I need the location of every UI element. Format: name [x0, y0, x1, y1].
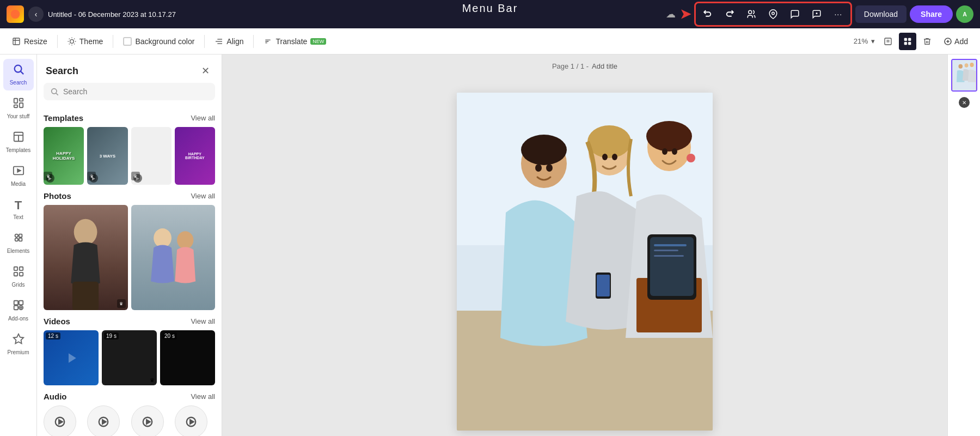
sidebar-item-addons[interactable]: Add-ons [3, 295, 34, 326]
mini-page-thumbnail[interactable] [951, 59, 977, 92]
audio-view-all[interactable]: View all [191, 392, 215, 401]
svg-line-48 [56, 93, 58, 95]
collaborators-button[interactable] [742, 4, 761, 24]
zoom-dropdown-icon: ▾ [871, 37, 875, 45]
svg-point-49 [74, 219, 97, 245]
photo-item[interactable]: ♛ [44, 205, 128, 310]
color-swatch [123, 37, 132, 46]
premium-icon [13, 333, 24, 348]
location-button[interactable] [763, 4, 783, 24]
svg-point-7 [70, 39, 74, 43]
video-item[interactable]: 12 s [44, 330, 99, 385]
search-panel-close-button[interactable]: ✕ [198, 63, 213, 78]
top-bar: ‹ Untitled - 06 December 2023 at 10.17.2… [0, 0, 980, 28]
audio-item[interactable] [87, 405, 120, 436]
translate-badge: NEW [310, 38, 326, 45]
share-button[interactable]: Share [910, 5, 953, 23]
close-page-button[interactable]: ✕ [959, 97, 970, 108]
sidebar-item-search[interactable]: Search [3, 59, 34, 90]
svg-rect-37 [19, 267, 22, 270]
zoom-value-button[interactable]: 21% ▾ [852, 35, 877, 47]
svg-point-47 [52, 89, 57, 94]
add-button[interactable]: Add [938, 34, 973, 49]
template-item[interactable]: HAPPYHOLIDAYS ▶ ♛ [44, 127, 84, 185]
grid-view-button[interactable] [899, 33, 916, 50]
present-button[interactable] [807, 4, 826, 24]
search-input-container [44, 83, 215, 100]
videos-section-header: Videos View all [44, 317, 215, 326]
canva-logo[interactable] [7, 5, 24, 23]
theme-button[interactable]: Theme [62, 34, 109, 49]
annotation-arrow: ➤ [680, 7, 691, 22]
align-button[interactable]: Align [209, 34, 249, 49]
sidebar-item-search-label: Search [10, 80, 27, 86]
svg-point-0 [11, 10, 20, 19]
videos-view-all[interactable]: View all [191, 317, 215, 325]
svg-point-3 [816, 13, 817, 14]
templates-view-all[interactable]: View all [191, 114, 215, 122]
resize-button[interactable]: Resize [7, 34, 53, 49]
svg-rect-35 [19, 238, 21, 241]
page-info: Page 1 / 1 - Add title [552, 62, 617, 70]
sidebar-item-your-stuff-label: Your stuff [7, 113, 30, 120]
svg-rect-40 [14, 301, 17, 305]
svg-point-2 [772, 12, 775, 15]
user-avatar[interactable]: A [956, 5, 973, 23]
more-button[interactable]: ··· [829, 4, 848, 24]
svg-rect-80 [654, 250, 678, 251]
svg-rect-17 [908, 42, 911, 45]
sidebar-item-premium[interactable]: Premium [3, 329, 34, 360]
templates-grid: HAPPYHOLIDAYS ▶ ♛ 3 WAYS ▶ ♛ [44, 127, 215, 185]
your-stuff-icon [13, 97, 24, 112]
svg-point-90 [964, 63, 968, 68]
svg-rect-50 [72, 282, 99, 310]
redo-button[interactable] [720, 4, 739, 24]
audio-item[interactable] [131, 405, 164, 436]
nav-back-button[interactable]: ‹ [28, 7, 44, 22]
comment-button[interactable] [785, 4, 805, 24]
svg-point-74 [646, 121, 692, 152]
svg-point-87 [672, 148, 677, 155]
template-item[interactable]: ▶ ♛ [131, 127, 171, 185]
svg-rect-16 [904, 42, 907, 45]
background-color-button[interactable]: Background color [118, 34, 200, 49]
undo-button[interactable] [698, 4, 718, 24]
template-item[interactable]: HAPPYBIRTHDAY ♛ [175, 127, 215, 185]
elements-icon [13, 232, 24, 246]
svg-rect-72 [597, 275, 610, 296]
svg-marker-53 [69, 353, 76, 363]
video-item[interactable]: 19 s ♛ [102, 330, 157, 385]
search-input[interactable] [63, 87, 209, 96]
download-button[interactable]: Download [855, 5, 906, 23]
audio-item[interactable] [44, 405, 76, 436]
translate-button[interactable]: Translate NEW [258, 34, 332, 49]
grids-icon [13, 265, 24, 280]
svg-rect-39 [19, 272, 22, 276]
right-icons: Add [879, 33, 973, 50]
template-item[interactable]: 3 WAYS ▶ ♛ [87, 127, 127, 185]
svg-marker-55 [59, 420, 62, 424]
sidebar-item-elements[interactable]: Elements [3, 227, 34, 259]
sidebar-item-your-stuff[interactable]: Your stuff [3, 93, 34, 124]
search-panel-title: Search [46, 65, 78, 77]
photos-view-all[interactable]: View all [191, 192, 215, 200]
notes-button[interactable] [879, 33, 897, 50]
delete-button[interactable] [918, 33, 936, 50]
svg-point-52 [177, 231, 193, 249]
photos-grid: ♛ [44, 205, 215, 310]
sidebar-item-templates[interactable]: Templates [3, 126, 34, 158]
video-item[interactable]: 20 s [160, 330, 215, 385]
second-toolbar: Resize Theme Background color Align Tran… [0, 28, 980, 55]
sidebar-item-grids[interactable]: Grids [3, 261, 34, 293]
canvas-page[interactable] [457, 93, 713, 431]
sidebar-item-text[interactable]: T Text [3, 194, 34, 225]
sidebar-item-media[interactable]: Media [3, 160, 34, 192]
add-title-link[interactable]: Add title [592, 62, 617, 70]
svg-point-70 [587, 125, 631, 158]
svg-rect-24 [19, 99, 22, 101]
divider-1 [57, 35, 58, 48]
audio-item[interactable] [175, 405, 207, 436]
svg-rect-42 [14, 306, 17, 310]
photo-item[interactable] [131, 205, 216, 310]
svg-rect-15 [908, 38, 911, 41]
